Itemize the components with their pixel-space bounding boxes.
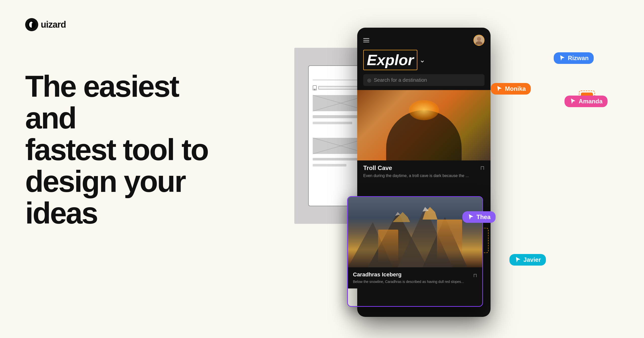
thea-cursor-label: Thea [462, 211, 496, 223]
avatar [473, 35, 485, 46]
svg-point-6 [477, 37, 481, 41]
rizwan-cursor-label: Rizwan [554, 52, 594, 64]
search-placeholder-text: Search for a destination [374, 77, 427, 83]
phone-header [357, 28, 491, 50]
mountain-bookmark-icon: ⊓ [473, 272, 477, 278]
mountain-image [348, 197, 482, 267]
hero-heading: The easiest and fastest tool to design y… [25, 70, 211, 229]
troll-cave-card: Troll Cave ⊓ Even during the daytime, a … [357, 160, 491, 183]
svg-point-1 [31, 22, 32, 23]
hero-section: The easiest and fastest tool to design y… [25, 70, 211, 229]
amanda-cursor-label: Amanda [565, 96, 608, 107]
svg-point-7 [475, 41, 482, 45]
troll-cave-title: Troll Cave [363, 164, 392, 172]
logo-icon [25, 18, 38, 31]
mountain-card-description: Below the snowline, Caradhras is describ… [353, 279, 477, 284]
monika-cursor-label: Monika [491, 83, 531, 95]
chevron-down-icon: ⌄ [419, 56, 425, 64]
explore-title-row: Explor ⌄ [357, 50, 491, 72]
mountain-card-info: Caradhras Iceberg ⊓ Below the snowline, … [348, 267, 482, 288]
card-title-row: Troll Cave ⊓ [363, 164, 485, 172]
troll-cave-image [357, 90, 491, 160]
mountain-card: Caradhras Iceberg ⊓ Below the snowline, … [347, 196, 483, 307]
hamburger-icon [363, 38, 369, 42]
troll-cave-description: Even during the daytime, a troll cave is… [363, 173, 485, 179]
location-icon: ◎ [367, 77, 371, 83]
search-bar[interactable]: ◎ Search for a destination [363, 74, 485, 86]
mockup-area: × [287, 15, 644, 338]
bookmark-icon: ⊓ [480, 165, 485, 171]
logo: uizard [25, 18, 66, 31]
mountain-card-title: Caradhras Iceberg [353, 271, 401, 278]
explore-title-box: Explor [363, 50, 417, 70]
javier-cursor-label: Javier [509, 254, 546, 266]
explore-title-text: Explor [367, 52, 414, 68]
logo-text: uizard [41, 19, 66, 30]
